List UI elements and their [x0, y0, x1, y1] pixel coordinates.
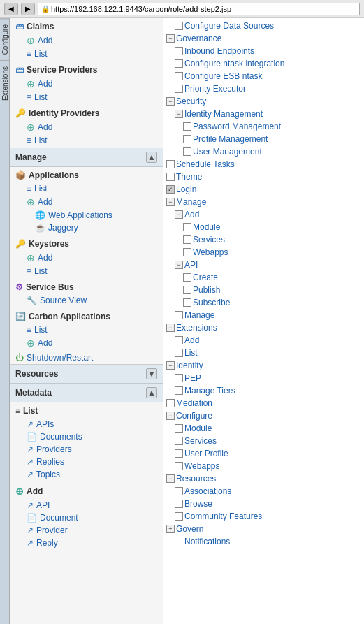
- tree-manage-add[interactable]: − Add: [163, 208, 364, 221]
- checkbox-icon[interactable]: [175, 437, 183, 445]
- tree-ext-list[interactable]: List: [163, 347, 364, 359]
- checkbox-icon[interactable]: [175, 349, 183, 357]
- checkbox-icon[interactable]: [183, 135, 191, 143]
- claims-add[interactable]: ⊕ Add: [10, 34, 163, 48]
- manage-collapse-btn[interactable]: ▲: [146, 152, 157, 163]
- collapse-icon[interactable]: −: [166, 324, 175, 332]
- checkbox-icon[interactable]: [175, 512, 183, 521]
- collapse-icon[interactable]: −: [175, 110, 183, 118]
- checkbox-icon[interactable]: [183, 235, 191, 244]
- url-bar[interactable]: 🔒 https://192.168.122.1:9443/carbon/role…: [38, 3, 360, 15]
- metadata-collapse-btn[interactable]: ▲: [146, 387, 157, 398]
- tree-configure[interactable]: − Configure: [163, 409, 364, 422]
- tree-module[interactable]: Module: [163, 221, 364, 233]
- checkbox-icon[interactable]: [175, 59, 183, 68]
- checkbox-icon[interactable]: [183, 298, 191, 307]
- tree-community-features[interactable]: Community Features: [163, 510, 364, 523]
- tree-create[interactable]: Create: [163, 271, 364, 284]
- meta-providers[interactable]: ↗ Providers: [10, 443, 163, 456]
- tree-user-profile[interactable]: User Profile: [163, 447, 364, 460]
- sp-add[interactable]: ⊕ Add: [10, 77, 163, 91]
- tree-notifications[interactable]: · Notifications: [163, 535, 364, 548]
- tree-conf-services[interactable]: Services: [163, 435, 364, 447]
- app-list[interactable]: ≡ List: [10, 182, 163, 195]
- checkbox-icon[interactable]: [175, 72, 183, 80]
- tree-user-management[interactable]: User Management: [163, 145, 364, 158]
- ca-list[interactable]: ≡ List: [10, 324, 163, 336]
- tree-subscribe[interactable]: Subscribe: [163, 296, 364, 309]
- tree-conf-webapps[interactable]: Webapps: [163, 460, 364, 472]
- claims-list[interactable]: ≡ List: [10, 48, 163, 60]
- checkbox-icon[interactable]: [175, 386, 183, 395]
- back-button[interactable]: ◀: [4, 3, 18, 15]
- collapse-icon[interactable]: +: [166, 525, 175, 533]
- checkbox-icon[interactable]: [183, 286, 191, 294]
- configure-tab[interactable]: Configure: [0, 18, 9, 60]
- tree-password-management[interactable]: Password Management: [163, 120, 364, 133]
- tree-associations[interactable]: Associations: [163, 485, 364, 498]
- tree-publish[interactable]: Publish: [163, 284, 364, 296]
- tree-services[interactable]: Services: [163, 233, 364, 246]
- collapse-icon[interactable]: −: [166, 34, 175, 43]
- collapse-icon[interactable]: −: [166, 198, 175, 206]
- checkbox-icon[interactable]: [183, 273, 191, 282]
- tree-mediation[interactable]: Mediation: [163, 397, 364, 409]
- shutdown-restart[interactable]: ⏻ Shutdown/Restart: [10, 351, 163, 364]
- collapse-icon[interactable]: −: [175, 210, 183, 219]
- tree-profile-management[interactable]: Profile Management: [163, 133, 364, 145]
- checkbox-icon[interactable]: [183, 223, 191, 231]
- checkbox-icon[interactable]: [166, 399, 175, 407]
- tree-manage-manage[interactable]: Manage: [163, 309, 364, 321]
- tree-extensions[interactable]: − Extensions: [163, 321, 364, 334]
- tree-manage[interactable]: − Manage: [163, 196, 364, 208]
- checkbox-icon[interactable]: [183, 122, 191, 131]
- app-add[interactable]: ⊕ Add: [10, 195, 163, 209]
- tree-schedule-tasks[interactable]: Schedule Tasks: [163, 158, 364, 170]
- tree-conf-module[interactable]: Module: [163, 422, 364, 435]
- checkbox-icon[interactable]: [183, 248, 191, 256]
- jaggery[interactable]: ☕ Jaggery: [10, 222, 163, 234]
- tree-governance[interactable]: − Governance: [163, 32, 364, 45]
- checkbox-icon[interactable]: [175, 487, 183, 495]
- tree-login[interactable]: ✓ Login: [163, 183, 364, 196]
- tree-pep[interactable]: PEP: [163, 372, 364, 384]
- add-document[interactable]: 📄 Document: [10, 511, 163, 524]
- add-provider[interactable]: ↗ Provider: [10, 524, 163, 537]
- tree-webapps[interactable]: Webapps: [163, 246, 364, 259]
- checkbox-icon[interactable]: [175, 311, 183, 319]
- tree-configure-ntask[interactable]: Configure ntask integration: [163, 57, 364, 70]
- tree-configure-data-sources[interactable]: Configure Data Sources: [163, 20, 364, 32]
- ks-add[interactable]: ⊕ Add: [10, 251, 163, 265]
- checkbox-icon[interactable]: [175, 374, 183, 382]
- idp-list[interactable]: ≡ List: [10, 134, 163, 147]
- tree-theme[interactable]: Theme: [163, 170, 364, 183]
- collapse-icon[interactable]: −: [166, 474, 175, 483]
- tree-identity-management[interactable]: − Identity Management: [163, 108, 364, 120]
- tree-configure-esb-ntask[interactable]: Configure ESB ntask: [163, 70, 364, 82]
- idp-add[interactable]: ⊕ Add: [10, 120, 163, 134]
- checkbox-icon[interactable]: [175, 424, 183, 433]
- tree-api[interactable]: − API: [163, 259, 364, 271]
- meta-apis[interactable]: ↗ APIs: [10, 418, 163, 430]
- tree-govern[interactable]: + Govern: [163, 523, 364, 535]
- checkbox-icon[interactable]: [175, 462, 183, 470]
- collapse-icon[interactable]: −: [166, 361, 175, 370]
- web-applications[interactable]: 🌐 Web Applications: [10, 209, 163, 222]
- resources-collapse-btn[interactable]: ▼: [146, 368, 157, 379]
- meta-documents[interactable]: 📄 Documents: [10, 430, 163, 443]
- ca-add[interactable]: ⊕ Add: [10, 336, 163, 350]
- checkbox-icon[interactable]: ✓: [166, 185, 175, 194]
- checkbox-icon[interactable]: [175, 500, 183, 508]
- tree-identity[interactable]: − Identity: [163, 359, 364, 372]
- checkbox-icon[interactable]: [183, 147, 191, 156]
- tree-inbound-endpoints[interactable]: Inbound Endpoints: [163, 45, 364, 57]
- collapse-icon[interactable]: −: [166, 97, 175, 106]
- checkbox-icon[interactable]: [166, 173, 175, 181]
- sp-list[interactable]: ≡ List: [10, 91, 163, 103]
- source-view[interactable]: 🔧 Source View: [10, 294, 163, 307]
- checkbox-icon[interactable]: [175, 449, 183, 458]
- ks-list[interactable]: ≡ List: [10, 265, 163, 277]
- tree-manage-tiers[interactable]: Manage Tiers: [163, 384, 364, 397]
- checkbox-icon[interactable]: [175, 85, 183, 93]
- add-reply[interactable]: ↗ Reply: [10, 537, 163, 549]
